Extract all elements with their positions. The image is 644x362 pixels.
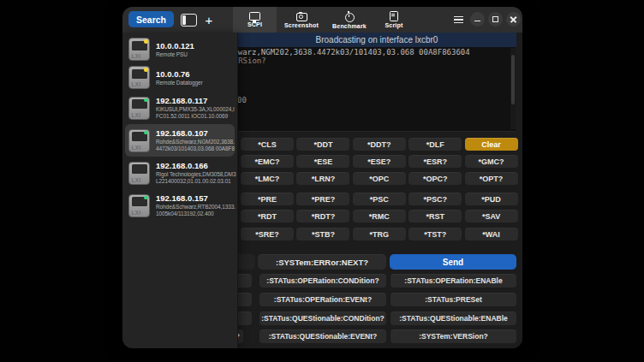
lxi-label: LXI [132,53,141,59]
scrollbar-thumb[interactable] [511,55,515,104]
device-description: Rohde&Schwarz,RTB2004,1333.1005k04/11319… [156,204,236,217]
scpi-command-button[interactable]: *STB? [296,228,349,240]
device-description: Remote PSU [156,51,236,58]
scpi-grid-row: *LMC? *LRN? *OPC *OPC? *OPT? [241,172,518,185]
status-dot-yellow [144,39,148,44]
lxi-label: LXI [132,145,141,151]
scpi-command-button[interactable]: *OPT? [465,172,518,185]
scpi-grid-row: *CLS *DDT *DDT? *DLF Clear [241,138,518,151]
minimize-button[interactable] [470,12,485,27]
status-dot-green [144,98,148,103]
search-button[interactable]: Search [128,11,174,27]
minimize-icon [474,21,480,22]
device-ip: 192.168.0.107 [156,128,235,138]
scpi-command-button[interactable]: *RDT [241,210,294,223]
camera-icon [296,13,307,21]
scpi-command-button[interactable]: *OPC [353,172,406,185]
device-list-item-selected[interactable]: LXI 192.168.0.107 Rohde&Schwarz,NGM202,3… [125,124,235,157]
scpi-command-button[interactable]: *EMC? [241,155,294,168]
scpi-command-button[interactable]: *OPC? [408,172,462,185]
device-list-item[interactable]: LXI 192.168.0.117 KIKUSUI,PMX35-3A,XL000… [125,92,235,124]
scpi-command-button[interactable]: *DDT [296,138,349,151]
device-list-item[interactable]: LXI 10.0.0.121 Remote PSU [125,35,235,63]
scpi-command-button[interactable]: *PSC? [408,193,462,205]
tab-screenshot-label: Screenshot [284,22,319,28]
menu-button[interactable] [450,13,466,27]
maximize-button[interactable] [488,12,503,27]
status-command-button[interactable]: :STATus:OPERation:EVENt? [259,293,386,306]
send-button[interactable]: Send [390,254,516,270]
status-command-button[interactable]: :STATus:QUEStionable:EVENt? [259,329,386,343]
scpi-command-button[interactable]: *SAV [465,210,518,223]
lxi-device-icon: LXI [128,129,150,152]
tab-benchmark-label: Benchmark [332,23,367,29]
device-ip: 10.0.0.121 [156,41,235,50]
scpi-command-button[interactable]: *GMC? [465,155,518,168]
scpi-command-button[interactable]: *LMC? [241,172,294,185]
scpi-command-button[interactable]: *TRG [353,228,406,240]
close-icon [510,16,517,23]
scpi-command-button[interactable]: *RDT? [296,210,349,223]
scpi-command-button[interactable]: *TST? [408,228,462,240]
error-next-command-button[interactable]: :SYSTem:ERRor:NEXT? [258,254,386,270]
lxi-device-icon: LXI [128,38,150,61]
scpi-command-button[interactable]: *PRE [241,193,294,205]
device-ip: 192.168.0.157 [156,193,235,203]
tab-script[interactable]: Script [373,7,415,33]
lxi-label: LXI [132,177,141,183]
status-command-button[interactable]: :STATus:QUEStionable:CONDition? [259,312,386,325]
scpi-command-button[interactable]: *ESR? [408,155,462,168]
scpi-command-button[interactable]: *PSC [353,193,406,205]
desktop-background: Search + SCPI Screenshot Benchmark Scrip… [0,0,644,362]
close-button[interactable] [506,12,521,27]
scpi-command-button[interactable]: *RST [408,210,462,223]
status-command-button[interactable]: :SYSTem:VERSion? [391,329,516,343]
status-command-button[interactable]: :STATus:QUEStionable:ENABle [391,312,516,325]
status-command-button[interactable]: :STATus:OPERation:ENABle [391,274,516,288]
document-icon [390,11,398,21]
scpi-command-button[interactable]: *DLF [408,138,462,151]
device-description: Remote Datalogger [156,80,236,86]
status-dot-green [144,196,148,200]
scpi-command-button[interactable]: *LRN? [296,172,349,185]
hamburger-icon [454,16,463,23]
lxi-device-icon: LXI [128,194,150,217]
console-scrollbar[interactable] [510,48,516,129]
device-sidebar: LXI 10.0.0.121 Remote PSU LXI 10.0.0.76 … [122,33,238,348]
tab-scpi[interactable]: SCPI [233,7,277,33]
monitor-icon [249,12,260,21]
status-command-button[interactable]: :STATus:OPERation:CONDition? [259,274,386,288]
lxi-label: LXI [132,210,141,216]
status-command-button[interactable]: :STATus:PRESet [391,293,516,306]
device-description: Rohde&Schwarz,NGM202,3638.4472k03/101403… [156,139,236,152]
lxi-device-icon: LXI [128,66,150,89]
add-instrument-button[interactable]: + [201,9,217,30]
clear-button[interactable]: Clear [465,138,518,151]
scpi-command-button[interactable]: *SRE? [241,228,294,240]
scpi-command-button[interactable]: *WAI [465,228,518,240]
device-list-item[interactable]: LXI 192.168.0.157 Rohde&Schwarz,RTB2004,… [125,189,235,222]
tab-script-label: Script [385,22,402,28]
console-line: 00 [237,96,247,104]
lxi-label: LXI [132,81,141,87]
scpi-command-button[interactable]: *ESE [296,155,349,168]
lxi-device-icon: LXI [128,162,150,185]
device-description: Rigol Technologies,DM3058,DM3L221400032,… [156,171,236,185]
scpi-command-button[interactable]: *PRE? [296,193,349,205]
scpi-command-button[interactable]: *RMC [353,210,406,223]
tab-screenshot[interactable]: Screenshot [277,7,326,33]
scpi-command-button[interactable]: *CLS [241,138,294,151]
stopwatch-icon [345,13,355,22]
maximize-icon [492,16,499,23]
scpi-command-button[interactable]: *ESE? [353,155,406,168]
scpi-command-button[interactable]: *DDT? [353,138,406,151]
device-list-item[interactable]: LXI 192.168.0.166 Rigol Technologies,DM3… [125,157,235,189]
scpi-command-button[interactable]: *PUD [465,193,518,205]
device-list-item[interactable]: LXI 10.0.0.76 Remote Datalogger [125,63,235,92]
status-dot-green [144,131,148,135]
tab-scpi-label: SCPI [247,21,262,27]
tab-benchmark[interactable]: Benchmark [326,7,373,33]
sidebar-toggle-button[interactable] [177,11,200,28]
scpi-grid-row: *RDT *RDT? *RMC *RST *SAV [241,210,518,223]
scpi-grid-row: *PRE *PRE? *PSC *PSC? *PUD [241,193,518,205]
